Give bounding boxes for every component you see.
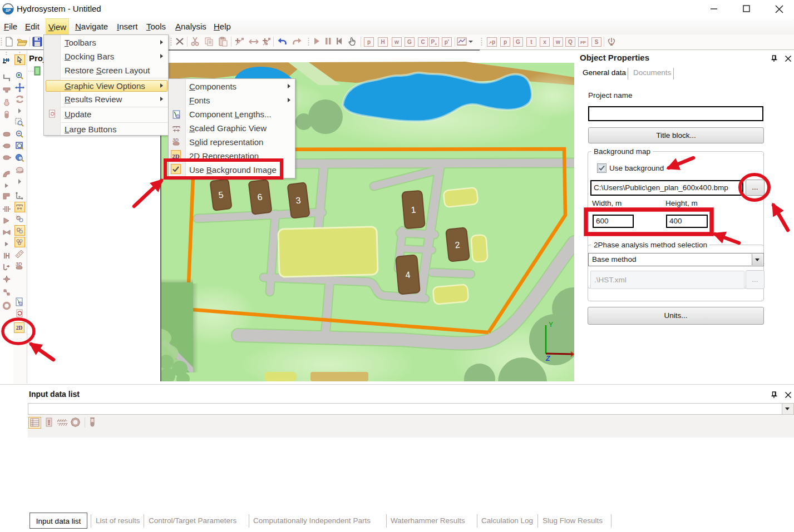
svg-text:Z: Z: [545, 355, 551, 362]
svg-text:2: 2: [455, 240, 461, 250]
svg-text:4: 4: [405, 270, 411, 280]
svg-text:Y: Y: [549, 321, 553, 329]
svg-text:2D: 2D: [16, 325, 23, 331]
svg-text:1: 1: [411, 205, 416, 215]
svg-text:ΔP: ΔP: [6, 8, 11, 12]
